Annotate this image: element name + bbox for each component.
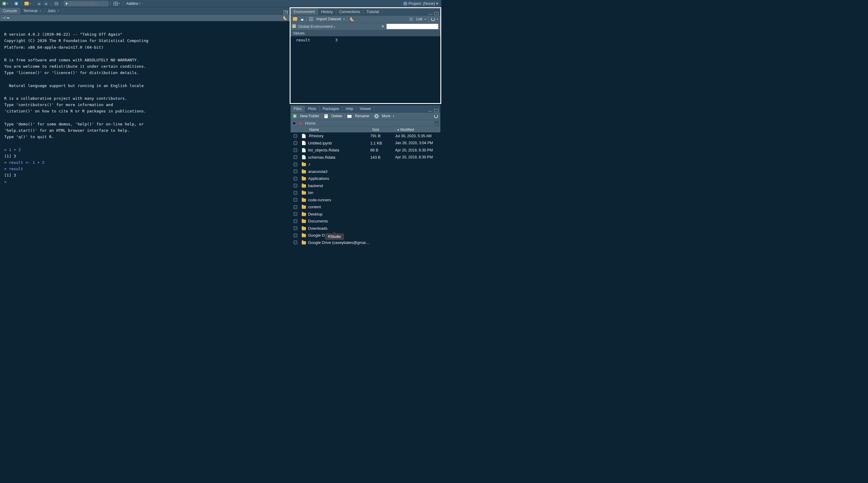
tab-history[interactable]: History <box>318 8 336 15</box>
env-load-button[interactable] <box>292 17 298 21</box>
file-name[interactable]: schemas.Rdata <box>307 155 370 160</box>
col-size[interactable]: Size <box>370 127 395 132</box>
folder-icon <box>302 191 306 195</box>
file-modified: Apr 20, 2019, 6:30 PM <box>395 155 440 159</box>
file-name[interactable]: bin <box>307 191 370 195</box>
refresh-files-button[interactable] <box>433 114 438 118</box>
maximize-icon[interactable] <box>434 12 438 15</box>
file-name[interactable]: Desktop <box>307 212 370 217</box>
clear-console-icon[interactable] <box>283 16 287 20</box>
rdata-file-icon <box>302 148 306 152</box>
file-row: code-runners <box>290 196 440 204</box>
open-file-button[interactable]: ▾ <box>23 1 32 7</box>
tab-plots[interactable]: Plots <box>305 106 319 112</box>
new-folder-button[interactable]: New Folder <box>292 114 320 118</box>
import-dataset-button[interactable]: Import Dataset▾ <box>309 17 345 21</box>
file-checkbox[interactable] <box>293 205 297 209</box>
file-checkbox[interactable] <box>293 148 297 152</box>
home-icon[interactable] <box>299 122 303 124</box>
col-name[interactable]: Name <box>307 127 370 132</box>
file-checkbox[interactable] <box>293 155 297 159</box>
project-menu[interactable]: Project: (None)▾ <box>403 1 440 6</box>
file-checkbox[interactable] <box>293 163 297 166</box>
file-checkbox[interactable] <box>293 184 297 188</box>
addins-button[interactable]: Addins▾ <box>125 1 142 7</box>
tab-connections[interactable]: Connections <box>336 8 364 15</box>
close-icon[interactable]: × <box>57 9 59 13</box>
tab-tutorial[interactable]: Tutorial <box>364 8 382 15</box>
delete-button[interactable]: Delete <box>324 114 343 118</box>
env-search-input[interactable]: 🔍 <box>381 24 438 29</box>
scope-selector[interactable]: Global Environment▾ <box>292 24 335 29</box>
select-all-checkbox[interactable] <box>292 121 296 125</box>
console-output[interactable]: R version 4.0.2 (2020-06-22) -- "Taking … <box>0 21 290 246</box>
file-checkbox[interactable] <box>293 198 297 202</box>
path-more-button[interactable]: … <box>434 121 439 126</box>
print-button[interactable] <box>53 1 60 7</box>
file-name[interactable]: Downloads <box>307 226 370 231</box>
new-project-button[interactable] <box>13 1 19 7</box>
file-checkbox[interactable] <box>293 134 297 138</box>
save-button[interactable] <box>36 1 42 7</box>
file-name[interactable]: Applications <box>307 176 370 181</box>
file-checkbox[interactable] <box>293 220 297 223</box>
folder-icon <box>302 163 306 166</box>
file-row: schemas.Rdata143 BApr 20, 2019, 6:30 PM <box>290 154 440 161</box>
tab-label: Terminal <box>23 9 37 13</box>
file-checkbox[interactable] <box>293 212 297 216</box>
save-all-button[interactable] <box>43 1 49 7</box>
file-checkbox[interactable] <box>293 141 297 145</box>
clear-env-button[interactable] <box>349 17 354 21</box>
minimize-icon[interactable] <box>428 111 433 112</box>
panes-layout-button[interactable]: ▾ <box>112 1 121 7</box>
minimize-icon[interactable] <box>428 14 433 15</box>
tab-terminal[interactable]: Terminal× <box>20 7 45 14</box>
close-icon[interactable]: × <box>39 9 41 13</box>
tab-console[interactable]: Console <box>0 7 20 14</box>
col-modified[interactable]: ▼ Modified <box>395 127 440 132</box>
files-pane: FilesPlotsPackagesHelpViewer New Folder … <box>290 104 441 246</box>
file-name[interactable]: code-runners <box>307 198 370 202</box>
console-working-dir: ~/ <box>2 16 5 20</box>
view-mode-button[interactable]: List▾ <box>409 17 427 21</box>
file-checkbox[interactable] <box>293 170 297 173</box>
file-checkbox[interactable] <box>293 191 297 195</box>
refresh-env-button[interactable]: ▾ <box>430 17 438 21</box>
env-row[interactable]: result3 <box>290 37 440 42</box>
file-row: list_objects.Rdata86 BApr 20, 2019, 6:30… <box>290 147 440 154</box>
maximize-icon[interactable] <box>434 109 438 112</box>
file-checkbox[interactable] <box>293 240 297 244</box>
tab-packages[interactable]: Packages <box>319 106 342 112</box>
more-button[interactable]: More▾ <box>374 114 395 118</box>
file-row: Downloads <box>290 225 440 232</box>
file-name[interactable]: .Rhistory <box>307 134 370 138</box>
files-tabs: FilesPlotsPackagesHelpViewer <box>290 105 440 112</box>
goto-file-input[interactable] <box>64 1 108 6</box>
tab-jobs[interactable]: Jobs× <box>45 7 63 14</box>
file-name[interactable]: backend <box>307 183 370 188</box>
breadcrumb-home[interactable]: Home <box>305 121 316 125</box>
goto-dir-icon[interactable]: ➦ <box>7 16 10 20</box>
file-name[interactable]: list_objects.Rdata <box>307 148 370 152</box>
tab-help[interactable]: Help <box>342 106 357 112</box>
file-name[interactable]: anaconda3 <box>307 169 370 174</box>
tab-label: Tutorial <box>367 10 379 14</box>
file-row: Applications <box>290 175 440 182</box>
file-name[interactable]: content <box>307 205 370 209</box>
new-file-button[interactable]: ▾ <box>1 1 9 7</box>
file-row: .Rhistory791 BJul 30, 2020, 5:35 AM <box>290 133 440 140</box>
tab-files[interactable]: Files <box>290 106 305 112</box>
tab-environment[interactable]: Environment <box>290 8 318 15</box>
popout-icon[interactable] <box>284 10 288 14</box>
file-checkbox[interactable] <box>293 177 297 180</box>
file-name[interactable]: Untitled.ipynb <box>307 141 370 145</box>
env-save-button[interactable] <box>300 17 305 21</box>
file-name[interactable]: Google Drive (caseybates@gmai… <box>307 240 370 245</box>
folder-icon <box>302 184 306 188</box>
tab-viewer[interactable]: Viewer <box>357 106 374 112</box>
rename-button[interactable]: Rename <box>347 114 370 118</box>
file-checkbox[interactable] <box>293 226 297 230</box>
file-name[interactable]: .r <box>307 162 370 167</box>
file-checkbox[interactable] <box>293 234 297 237</box>
file-name[interactable]: Documents <box>307 219 370 223</box>
